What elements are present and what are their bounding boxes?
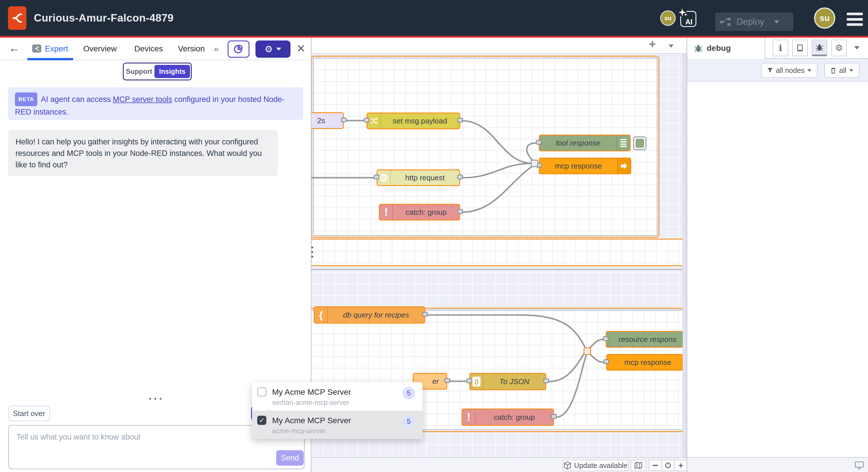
node-label: mcp response xyxy=(539,158,630,173)
help-tab-button[interactable] xyxy=(792,40,808,56)
flowfuse-logo-icon[interactable] xyxy=(8,6,26,30)
update-available-button[interactable]: Update available xyxy=(563,460,629,471)
flow-list-chevron[interactable] xyxy=(669,45,674,48)
back-arrow-icon[interactable]: ← xyxy=(9,41,20,55)
close-icon[interactable]: × xyxy=(297,40,305,57)
tab-overflow-chevrons[interactable]: » xyxy=(214,38,219,60)
debug-tab[interactable]: debug xyxy=(688,38,765,59)
input-port[interactable] xyxy=(364,118,369,123)
info-icon: i xyxy=(779,43,782,53)
flow-node[interactable]: http request xyxy=(377,169,460,186)
input-port[interactable] xyxy=(603,359,609,364)
deploy-options-chevron[interactable] xyxy=(774,20,779,24)
zoom-in-button[interactable]: + xyxy=(675,460,687,471)
wire-junction[interactable] xyxy=(584,347,591,355)
beta-text-before: AI agent can access xyxy=(41,95,113,104)
server-title: My Acme MCP Server xyxy=(272,387,415,397)
input-resize-handle[interactable] xyxy=(149,398,161,400)
zoom-out-button[interactable] xyxy=(649,460,662,471)
info-tab-button[interactable]: i xyxy=(773,40,788,56)
flow-node[interactable]: tool response xyxy=(539,135,631,151)
start-over-button[interactable]: Start over xyxy=(8,406,50,421)
dropdown-item[interactable]: ✓ My Acme MCP Server acme-mcp-server 5 xyxy=(252,411,423,439)
tab-expert[interactable]: Expert xyxy=(45,38,68,60)
main-menu-icon[interactable] xyxy=(847,12,863,26)
assistant-avatar[interactable]: su xyxy=(660,10,676,26)
input-port[interactable] xyxy=(374,175,379,179)
assistant-message: Hello! I can help you gather insights by… xyxy=(8,130,278,176)
flow-node[interactable]: {db query for recipes xyxy=(314,306,425,324)
top-header: Curious-Amur-Falcon-4879 su AI Deploy su xyxy=(0,0,868,36)
input-port[interactable] xyxy=(466,378,472,383)
config-tab-button[interactable]: ⚙ xyxy=(831,40,847,56)
node-label: resource respons xyxy=(607,332,687,347)
toggle-insights[interactable]: Insights xyxy=(154,65,190,78)
settings-button[interactable]: ⚙ xyxy=(255,40,290,58)
node-label: http request xyxy=(377,170,459,185)
tab-overview[interactable]: Overview xyxy=(83,38,117,60)
toggle-support[interactable]: Support xyxy=(124,67,154,76)
output-port[interactable] xyxy=(457,175,463,179)
server-title: My Acme MCP Server xyxy=(272,415,415,426)
flow-tab-bar: + xyxy=(311,38,687,54)
panel-tab-bar: ← Expert Overview Devices Version » ⚙ × xyxy=(0,38,311,60)
flow-node[interactable]: 2s xyxy=(311,112,344,129)
funnel-icon xyxy=(767,67,773,73)
flowfuse-tab-icon xyxy=(32,45,41,53)
ai-assistant-icon[interactable]: AI xyxy=(680,11,696,27)
debug-filter-row: all nodes all xyxy=(687,59,868,82)
node-label: set msg.payload xyxy=(367,113,459,128)
flow-node[interactable]: set msg.payload xyxy=(367,113,460,129)
beta-badge: BETA xyxy=(15,92,37,106)
canvas-footer: Update available + xyxy=(311,457,687,472)
output-port[interactable] xyxy=(551,414,557,419)
flow-node[interactable]: mcp response xyxy=(606,354,687,371)
add-flow-button[interactable]: + xyxy=(649,38,656,51)
tab-devices[interactable]: Devices xyxy=(134,38,163,60)
monitor-icon[interactable] xyxy=(855,461,864,470)
clear-messages-button[interactable]: all xyxy=(825,63,859,78)
trash-icon xyxy=(830,67,836,73)
flow-node[interactable]: {}To JSON xyxy=(469,373,546,390)
debug-footer xyxy=(687,457,868,472)
flow-node[interactable]: mcp response xyxy=(539,158,631,174)
debug-tab-button[interactable] xyxy=(812,40,827,56)
input-port[interactable] xyxy=(603,336,609,341)
checkbox-unchecked[interactable] xyxy=(257,387,267,396)
flow-node[interactable]: !catch: group xyxy=(462,409,554,426)
output-port[interactable] xyxy=(457,118,463,123)
minimap-button[interactable] xyxy=(631,460,646,471)
debug-sidebar: debug i ⚙ all nodes xyxy=(687,38,868,472)
output-port[interactable] xyxy=(544,378,549,383)
tab-version[interactable]: Version xyxy=(178,38,205,60)
output-port[interactable] xyxy=(457,209,463,214)
output-port[interactable] xyxy=(444,378,450,383)
vertical-scrollbar[interactable] xyxy=(683,54,687,457)
mcp-server-tools-link[interactable]: MCP server tools xyxy=(113,95,172,104)
active-tab-underline xyxy=(27,58,73,60)
output-port[interactable] xyxy=(341,117,347,122)
dropdown-item[interactable]: My Acme MCP Server serban-acme-mcp-serve… xyxy=(252,382,423,411)
user-avatar[interactable]: su xyxy=(814,7,835,29)
node-label: db query for recipes xyxy=(315,307,424,323)
checkbox-checked[interactable]: ✓ xyxy=(257,416,267,425)
mode-toggle[interactable]: Support Insights xyxy=(123,63,192,80)
zoom-reset-button[interactable] xyxy=(662,460,675,471)
output-port[interactable] xyxy=(422,312,428,317)
debug-enable-toggle[interactable] xyxy=(633,137,646,150)
instance-title: Curious-Amur-Falcon-4879 xyxy=(34,0,174,36)
flow-node[interactable]: resource respons xyxy=(606,331,687,348)
panel-resize-handle[interactable] xyxy=(311,247,313,258)
gear-icon: ⚙ xyxy=(265,45,273,54)
input-port[interactable] xyxy=(536,140,541,145)
deploy-button[interactable]: Deploy xyxy=(715,12,794,31)
tool-count-badge: 5 xyxy=(402,415,415,428)
wire-junction[interactable] xyxy=(531,159,538,167)
flow-node[interactable]: !catch: group xyxy=(379,204,460,220)
sidebar-options-chevron[interactable] xyxy=(854,46,859,49)
insights-chart-button[interactable] xyxy=(228,40,249,58)
deploy-icon xyxy=(720,18,732,26)
map-icon xyxy=(634,462,642,469)
send-button[interactable]: Send xyxy=(276,450,304,466)
filter-nodes-button[interactable]: all nodes xyxy=(761,63,817,78)
